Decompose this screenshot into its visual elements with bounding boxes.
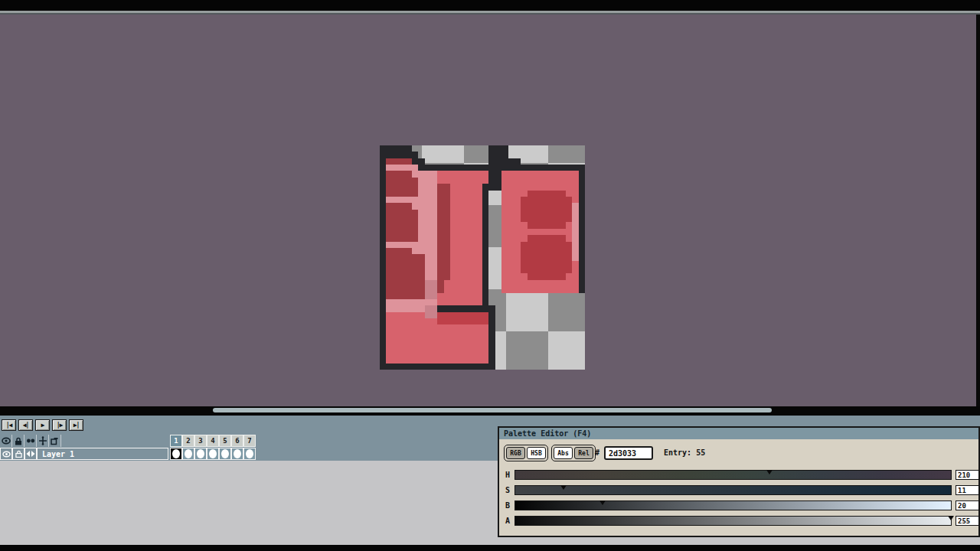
s-slider-track[interactable]: [514, 485, 952, 495]
h-value-box[interactable]: 210: [956, 470, 979, 480]
prev-frame-button[interactable]: ◀|: [18, 419, 33, 431]
layer-visibility-toggle[interactable]: [0, 448, 12, 460]
rgb-button[interactable]: RGB: [506, 447, 525, 459]
b-slider-marker[interactable]: [599, 500, 606, 505]
last-frame-button[interactable]: ▶|: [69, 419, 83, 431]
b-value-box[interactable]: 20: [956, 500, 979, 510]
s-slider-label: S: [505, 486, 510, 494]
a-slider-label: A: [505, 517, 510, 525]
move-arrows-icon: [38, 436, 47, 445]
frame-number-3[interactable]: 3: [194, 435, 207, 447]
a-slider-marker[interactable]: [948, 516, 954, 520]
a-slider-track[interactable]: [514, 516, 952, 526]
right-edge-bar: [976, 15, 980, 406]
play-button[interactable]: ▶: [35, 419, 50, 431]
b-slider-track[interactable]: [514, 500, 952, 510]
sprite-canvas[interactable]: [380, 145, 585, 370]
toggle-all-lock[interactable]: [12, 435, 24, 447]
a-slider-row: A255: [499, 516, 978, 527]
frame-number-4[interactable]: 4: [207, 435, 219, 447]
next-frame-button[interactable]: |▶: [52, 419, 67, 431]
first-frame-button[interactable]: |◀: [2, 419, 16, 431]
cel-dot: [197, 449, 204, 458]
eye-icon: [2, 451, 11, 458]
move-cel-toggle[interactable]: [37, 435, 49, 447]
lock-icon: [15, 450, 22, 458]
app-window: |◀◀|▶|▶▶| Layer 1 1234567: [0, 0, 980, 551]
frame-number-6[interactable]: 6: [231, 435, 243, 447]
abs-rel-button-group: AbsRel: [551, 445, 596, 461]
frame-cel-4[interactable]: [207, 448, 219, 460]
a-value-box[interactable]: 255: [956, 516, 979, 526]
frame-cel-3[interactable]: [194, 448, 207, 460]
layer-name[interactable]: Layer 1: [37, 448, 168, 460]
frame-number-row: 1234567: [170, 435, 256, 447]
h-slider-track[interactable]: [514, 470, 952, 480]
h-slider-row: H210: [499, 470, 978, 481]
frame-number-5[interactable]: 5: [219, 435, 231, 447]
palette-editor-panel: Palette Editor (F4) RGBHSB AbsRel # Entr…: [498, 426, 980, 537]
frame-cel-7[interactable]: [243, 448, 256, 460]
frame-cel-1[interactable]: [170, 448, 182, 460]
duplicate-icon: [51, 437, 59, 445]
frame-cel-2[interactable]: [182, 448, 194, 460]
onion-skin-icon: [26, 438, 35, 444]
entry-value: 55: [696, 448, 705, 457]
color-mode-button-group: RGBHSB: [504, 445, 548, 461]
frame-cel-5[interactable]: [219, 448, 231, 460]
cel-dot: [221, 449, 229, 458]
entry-label: Entry: 55: [664, 448, 705, 457]
s-slider-row: S11: [499, 485, 978, 496]
onion-skin-toggle[interactable]: [24, 435, 37, 447]
frame-number-7[interactable]: 7: [243, 435, 256, 447]
entry-text: Entry:: [664, 448, 691, 457]
h-slider-label: H: [505, 471, 510, 479]
timeline-header-icons: [0, 435, 61, 447]
hsb-button[interactable]: HSB: [527, 447, 546, 459]
frame-number-2[interactable]: 2: [182, 435, 194, 447]
duplicate-layer-toggle[interactable]: [49, 435, 61, 447]
toggle-all-visibility[interactable]: [0, 435, 12, 447]
left-right-arrows-icon: [26, 451, 35, 457]
b-slider-row: B20: [499, 500, 978, 511]
layer-row: Layer 1: [0, 448, 168, 460]
hex-color-input[interactable]: [604, 446, 653, 460]
abs-button[interactable]: Abs: [554, 447, 573, 459]
layer-continuous-toggle[interactable]: [24, 448, 37, 460]
cel-dot: [172, 449, 180, 458]
frame-cel-row: [170, 448, 256, 460]
layer-lock-toggle[interactable]: [12, 448, 24, 460]
h-slider-marker[interactable]: [766, 470, 773, 474]
cel-dot: [246, 449, 253, 458]
cel-dot: [234, 449, 241, 458]
s-value-box[interactable]: 11: [956, 485, 979, 495]
lock-icon: [15, 437, 22, 445]
b-slider-label: B: [505, 501, 510, 510]
bottom-letterbox-bar: [0, 545, 980, 551]
rel-button[interactable]: Rel: [574, 447, 593, 459]
frame-cel-6[interactable]: [231, 448, 243, 460]
s-slider-marker[interactable]: [560, 485, 567, 490]
cel-dot: [209, 449, 217, 458]
cel-dot: [185, 449, 192, 458]
playback-controls: |◀◀|▶|▶▶|: [2, 419, 83, 432]
horizontal-scrollbar-thumb[interactable]: [213, 408, 772, 412]
eye-icon: [2, 437, 11, 445]
hex-hash-label: #: [595, 448, 599, 457]
top-letterbox-bar: [0, 0, 980, 11]
frame-number-1[interactable]: 1: [170, 435, 182, 447]
palette-editor-title[interactable]: Palette Editor (F4): [499, 428, 978, 439]
